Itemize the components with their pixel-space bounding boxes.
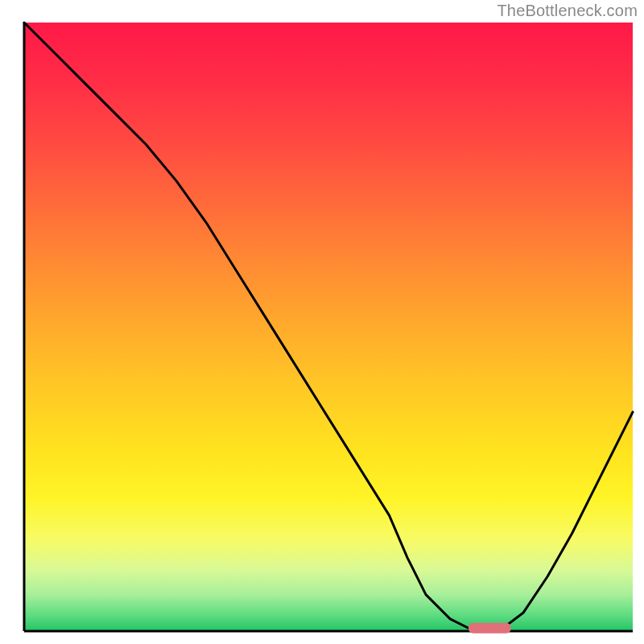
optimal-marker [469, 623, 511, 634]
bottleneck-chart: TheBottleneck.com [0, 0, 644, 644]
watermark-text: TheBottleneck.com [497, 2, 638, 20]
chart-svg [0, 0, 644, 644]
